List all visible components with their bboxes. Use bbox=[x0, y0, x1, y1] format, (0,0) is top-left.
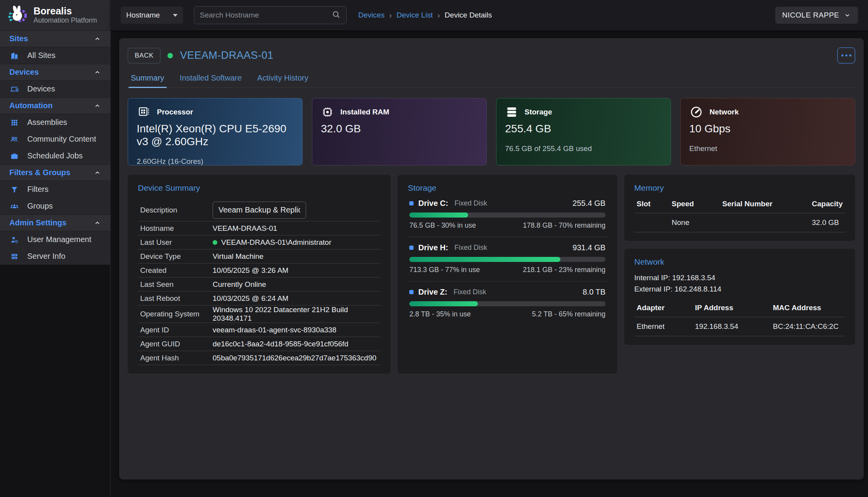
summary-value: VEEAM-DRAAS-01 bbox=[213, 224, 277, 233]
grid-icon bbox=[9, 118, 19, 127]
summary-row-hostname: Hostname VEEAM-DRAAS-01 bbox=[138, 221, 380, 235]
sidebar-item-community-content[interactable]: Community Content bbox=[0, 131, 110, 148]
user-menu-button[interactable]: NICOLE RAPPE bbox=[775, 7, 858, 24]
more-actions-button[interactable] bbox=[837, 47, 855, 63]
summary-label: Last User bbox=[140, 238, 213, 247]
sidebar: Sites All Sites Devices bbox=[0, 30, 111, 497]
sidebar-section-admin-settings[interactable]: Admin Settings bbox=[0, 214, 110, 231]
groups-icon bbox=[9, 202, 19, 211]
network-sub: Ethernet bbox=[689, 144, 846, 153]
drive-used: 713.3 GB - 77% in use bbox=[409, 266, 480, 274]
tab-activity-history[interactable]: Activity History bbox=[257, 74, 308, 88]
breadcrumb-device-list[interactable]: Device List bbox=[396, 11, 433, 19]
description-input[interactable] bbox=[213, 202, 306, 219]
memory-capacity: 32.0 GB bbox=[812, 218, 843, 227]
breadcrumb-devices[interactable]: Devices bbox=[358, 11, 385, 19]
search-type-select[interactable]: Hostname bbox=[121, 7, 183, 24]
sidebar-item-all-sites[interactable]: All Sites bbox=[0, 47, 110, 64]
processor-sub: 2.60GHz (16-Cores) bbox=[137, 157, 294, 166]
drive-name: Drive C: bbox=[418, 199, 448, 208]
panel-title: Storage bbox=[408, 183, 607, 193]
sidebar-item-label: All Sites bbox=[27, 51, 55, 60]
drive-row-c: Drive C: Fixed Disk 255.4 GB 76.5 GB - 3… bbox=[408, 193, 607, 237]
memory-slot bbox=[637, 218, 672, 227]
sidebar-item-filters[interactable]: Filters bbox=[0, 181, 110, 198]
summary-label: Last Reboot bbox=[140, 294, 213, 303]
search-box[interactable] bbox=[194, 6, 347, 24]
tab-installed-software[interactable]: Installed Software bbox=[180, 74, 242, 88]
drive-remaining: 178.8 GB - 70% remaining bbox=[523, 221, 606, 230]
stat-cards: Processor Intel(R) Xeon(R) CPU E5-2690 v… bbox=[128, 98, 855, 165]
drive-bullet-icon bbox=[409, 290, 414, 294]
network-panel: Network Internal IP: 192.168.3.54 Extern… bbox=[624, 249, 855, 345]
sidebar-item-label: User Management bbox=[27, 235, 92, 244]
user-name: NICOLE RAPPE bbox=[782, 11, 839, 19]
adapter-name: Ethernet bbox=[637, 322, 695, 331]
storage-panel: Storage Drive C: Fixed Disk 255.4 GB bbox=[398, 175, 617, 374]
summary-row-agent-id: Agent ID veeam-draas-01-agent-svc-8930a3… bbox=[138, 323, 380, 337]
summary-value: Currently Online bbox=[213, 280, 266, 289]
drive-usage-bar bbox=[409, 257, 606, 262]
summary-label: Operating System bbox=[140, 310, 213, 318]
drive-capacity: 255.4 GB bbox=[572, 199, 606, 208]
card-title: Network bbox=[710, 108, 739, 116]
funnel-icon bbox=[9, 185, 19, 194]
device-header: BACK VEEAM-DRAAS-01 bbox=[128, 47, 855, 63]
section-label: Automation bbox=[9, 101, 53, 110]
chevron-down-icon bbox=[844, 12, 851, 19]
right-column: Memory Slot Speed Serial Number Capacity… bbox=[624, 175, 855, 345]
sidebar-section-filters-groups[interactable]: Filters & Groups bbox=[0, 164, 110, 181]
sidebar-item-label: Assemblies bbox=[27, 118, 67, 127]
sidebar-section-automation[interactable]: Automation bbox=[0, 97, 110, 114]
search-input[interactable] bbox=[200, 11, 331, 19]
brand-subtitle: Automation Platform bbox=[33, 16, 97, 25]
summary-value: 05ba0e7935171d626ecea29b27d7ae175363cd90 bbox=[213, 354, 377, 362]
logo-area: Borealis Automation Platform bbox=[0, 0, 111, 30]
memory-speed: None bbox=[672, 218, 722, 227]
storage-value: 255.4 GB bbox=[505, 122, 662, 135]
processor-card: Processor Intel(R) Xeon(R) CPU E5-2690 v… bbox=[128, 98, 303, 165]
memory-serial bbox=[722, 218, 812, 227]
summary-value: Virtual Machine bbox=[213, 252, 264, 261]
sidebar-item-server-info[interactable]: Server Info bbox=[0, 248, 110, 265]
drive-capacity: 8.0 TB bbox=[583, 288, 606, 297]
back-button[interactable]: BACK bbox=[128, 48, 160, 63]
memory-table-header: Slot Speed Serial Number Capacity bbox=[634, 200, 845, 213]
briefcase-icon bbox=[9, 152, 19, 160]
drive-used: 76.5 GB - 30% in use bbox=[409, 221, 476, 230]
sidebar-item-user-management[interactable]: User Management bbox=[0, 231, 110, 248]
sidebar-item-assemblies[interactable]: Assemblies bbox=[0, 114, 110, 131]
section-label: Sites bbox=[9, 34, 28, 43]
tab-summary[interactable]: Summary bbox=[131, 74, 164, 88]
adapter-ip: 192.168.3.54 bbox=[695, 322, 773, 331]
sidebar-item-devices[interactable]: Devices bbox=[0, 81, 110, 97]
main-area: BACK VEEAM-DRAAS-01 Summary Installed So… bbox=[111, 30, 868, 497]
network-card: Network 10 Gbps Ethernet bbox=[680, 98, 855, 165]
memory-panel: Memory Slot Speed Serial Number Capacity… bbox=[624, 175, 855, 241]
topbar: Borealis Automation Platform Hostname De… bbox=[0, 0, 868, 30]
ram-chip-icon bbox=[321, 105, 334, 119]
summary-label: Description bbox=[140, 206, 213, 214]
dots-icon bbox=[849, 54, 851, 56]
drive-bullet-icon bbox=[409, 201, 414, 205]
sidebar-item-label: Server Info bbox=[27, 252, 65, 261]
sidebar-section-devices[interactable]: Devices bbox=[0, 64, 110, 81]
memory-table-row: None 32.0 GB bbox=[634, 213, 845, 232]
section-label: Filters & Groups bbox=[9, 168, 70, 177]
storage-stack-icon bbox=[505, 105, 518, 119]
search-type-value: Hostname bbox=[126, 11, 160, 19]
summary-label: Agent Hash bbox=[140, 354, 213, 362]
borealis-rabbit-logo-icon bbox=[7, 5, 28, 26]
sidebar-item-label: Filters bbox=[27, 185, 48, 194]
column-header: Speed bbox=[672, 200, 722, 208]
breadcrumb-device-details: Device Details bbox=[445, 11, 492, 19]
section-label: Admin Settings bbox=[9, 218, 67, 227]
drive-name: Drive Z: bbox=[418, 288, 447, 297]
internal-ip: Internal IP: 192.168.3.54 bbox=[634, 272, 845, 283]
sidebar-item-scheduled-jobs[interactable]: Scheduled Jobs bbox=[0, 148, 110, 164]
sidebar-item-groups[interactable]: Groups bbox=[0, 198, 110, 214]
summary-row-operating-system: Operating System Windows 10 2022 Datacen… bbox=[138, 306, 380, 323]
sidebar-section-sites[interactable]: Sites bbox=[0, 30, 110, 47]
search-icon bbox=[331, 10, 341, 21]
user-gear-icon bbox=[9, 235, 19, 244]
